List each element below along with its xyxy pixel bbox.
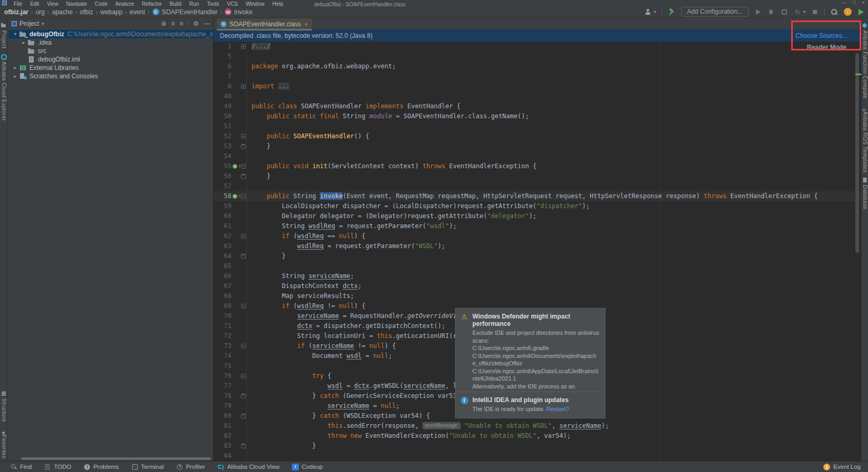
breadcrumb-ofbiz[interactable]: ofbiz <box>80 8 93 16</box>
breadcrumb-event[interactable]: event <box>130 8 145 16</box>
status-alibaba-cloud-view[interactable]: Alibaba Cloud View <box>218 464 280 470</box>
code-line[interactable]: 57 <box>214 181 861 191</box>
project-panel-title[interactable]: Project <box>19 20 39 27</box>
fold-marker-icon[interactable]: − <box>241 301 247 311</box>
code-line[interactable]: 8+import ... <box>214 81 861 91</box>
menu-code[interactable]: Code <box>95 2 107 6</box>
status-profiler[interactable]: Profiler <box>176 464 205 470</box>
reader-mode-link[interactable]: Reader Mode <box>807 44 846 51</box>
code-line[interactable]: 52− public SOAPEventHandler() { <box>214 131 861 141</box>
code-line[interactable]: 61 String wsdlReq = request.getParameter… <box>214 221 861 231</box>
debug-icon[interactable] <box>768 8 775 16</box>
green-play-icon[interactable] <box>857 8 865 16</box>
menu-edit[interactable]: Edit <box>30 2 39 6</box>
code-line[interactable]: 65 <box>214 261 861 271</box>
fold-marker-icon[interactable]: − <box>241 131 247 141</box>
fold-marker-icon[interactable]: − <box>241 371 247 381</box>
code-line[interactable]: 5 <box>214 52 861 61</box>
hide-panel-icon[interactable]: — <box>204 20 210 27</box>
fold-marker-icon[interactable]: + <box>241 42 247 52</box>
status-find[interactable]: Find <box>11 464 32 470</box>
override-method-icon[interactable]: O↑ <box>233 191 241 201</box>
code-line[interactable]: 51 <box>214 121 861 131</box>
close-button[interactable]: × <box>862 0 865 5</box>
tree-item-src[interactable]: src <box>8 47 213 55</box>
code-line[interactable]: 56^ } <box>214 171 861 181</box>
run-icon[interactable] <box>754 8 762 16</box>
status-terminal[interactable]: Terminal <box>132 464 164 470</box>
chevron-right-icon[interactable]: ▸ <box>12 72 19 80</box>
code-line[interactable]: 63 wsdlReq = request.getParameter("WSDL"… <box>214 241 861 251</box>
search-everywhere-icon[interactable] <box>831 8 838 16</box>
menu-run[interactable]: Run <box>189 2 199 6</box>
code-line[interactable]: 66 String serviceName; <box>214 271 861 281</box>
code-line[interactable]: 48 <box>214 91 861 101</box>
menu-help[interactable]: Help <box>272 2 284 6</box>
collapse-all-icon[interactable]: ≡ <box>179 20 183 27</box>
menu-file[interactable]: File <box>14 2 22 6</box>
menu-window[interactable]: Window <box>246 2 265 6</box>
choose-sources-link[interactable]: Choose Sources... <box>795 32 847 39</box>
code-line[interactable]: 55O↑− public void init(ServletContext co… <box>214 161 861 171</box>
tool-button-alibaba-ros-templates[interactable]: Alibaba ROS Templates <box>862 104 868 172</box>
status-codeup[interactable]: Codeup <box>292 464 322 470</box>
user-icon[interactable] <box>644 8 652 16</box>
tab-soapeventhandler[interactable]: SOAPEventHandler.class × <box>217 19 312 30</box>
code-line[interactable]: 81 this.sendError(response, errorMessage… <box>214 421 861 431</box>
vertical-scrollbar[interactable] <box>855 53 859 253</box>
tree-item-debugofbiz-iml[interactable]: debugOfbiz.iml <box>8 55 213 64</box>
code-line[interactable]: 83^ } <box>214 441 861 451</box>
coverage-icon[interactable] <box>781 8 788 16</box>
menu-tools[interactable]: Tools <box>207 2 219 6</box>
breadcrumb-ofbiz-jar[interactable]: ofbiz.jar <box>4 8 28 16</box>
menu-build[interactable]: Build <box>170 2 181 6</box>
code-line[interactable]: 60 Delegator delegator = (Delegator)requ… <box>214 211 861 221</box>
tool-button-structure[interactable]: Structure <box>0 391 7 422</box>
fold-marker-icon[interactable]: ^ <box>241 441 247 451</box>
minimize-button[interactable]: — <box>842 0 846 5</box>
rerun-icon[interactable]: ↻ <box>794 8 801 16</box>
menu-navigate[interactable]: Navigate <box>66 2 87 6</box>
chevron-right-icon[interactable]: ▸ <box>12 64 19 72</box>
code-line[interactable]: 67 DispatchContext dctx; <box>214 281 861 291</box>
breadcrumb-invoke[interactable]: invoke <box>234 8 253 16</box>
code-line[interactable]: 62− if (wsdlReq == null) { <box>214 231 861 241</box>
expand-all-icon[interactable]: ≡ <box>171 20 175 27</box>
chevron-down-icon[interactable]: ▾ <box>12 30 19 38</box>
fold-marker-icon[interactable]: − <box>241 231 247 241</box>
tool-button-favorites[interactable]: Favorites <box>0 427 7 459</box>
code-line[interactable]: 59 LocalDispatcher dispatcher = (LocalDi… <box>214 201 861 211</box>
tool-button-project[interactable]: Project <box>0 23 7 49</box>
fold-marker-icon[interactable]: − <box>241 191 247 201</box>
add-configuration-button[interactable]: Add Configuration... <box>681 7 749 17</box>
menu-refactor[interactable]: Refactor <box>142 2 162 6</box>
status-todo[interactable]: TODO <box>44 464 71 470</box>
breadcrumb-soapeventhandler[interactable]: SOAPEventHandler <box>162 8 218 16</box>
fold-marker-icon[interactable]: + <box>241 81 247 91</box>
event-log-item[interactable]: 1 Event Log <box>823 464 868 470</box>
code-line[interactable]: 1+/.../ <box>214 42 861 52</box>
status-problems[interactable]: Problems <box>84 464 119 470</box>
horizontal-scrollbar[interactable] <box>21 457 211 460</box>
fold-marker-icon[interactable]: − <box>241 161 247 171</box>
stop-icon[interactable] <box>811 8 819 16</box>
code-line[interactable]: 84 <box>214 451 861 461</box>
fold-marker-icon[interactable]: − <box>241 341 247 351</box>
code-line[interactable]: 58O↑− public String invoke(Event event, … <box>214 191 861 201</box>
code-line[interactable]: 68 Map serviceResults; <box>214 291 861 301</box>
ide-update-icon[interactable]: ↑ <box>844 8 852 16</box>
override-method-icon[interactable]: O↑ <box>233 161 241 171</box>
chevron-right-icon[interactable]: ▸ <box>20 38 27 47</box>
tree-item-debugofbiz[interactable]: ▾debugOfbizC:\Users\le.ngoc.anhd\Documen… <box>8 30 213 38</box>
fold-marker-icon[interactable]: ^ <box>241 141 247 151</box>
locate-file-icon[interactable]: ⊕ <box>161 20 166 27</box>
chevron-down-icon[interactable]: ▾ <box>42 21 44 26</box>
code-line[interactable]: 49public class SOAPEventHandler implemen… <box>214 101 861 111</box>
settings-gear-icon[interactable]: ⚙ <box>193 20 199 27</box>
fold-marker-icon[interactable]: ^ <box>241 391 247 401</box>
code-line[interactable]: 64^ } <box>214 251 861 261</box>
menu-analyze[interactable]: Analyze <box>115 2 134 6</box>
tool-button-alibaba-cloud-explorer[interactable]: Alibaba Cloud Explorer <box>0 54 7 121</box>
build-hammer-icon[interactable] <box>668 8 675 16</box>
close-tab-icon[interactable]: × <box>305 21 308 27</box>
